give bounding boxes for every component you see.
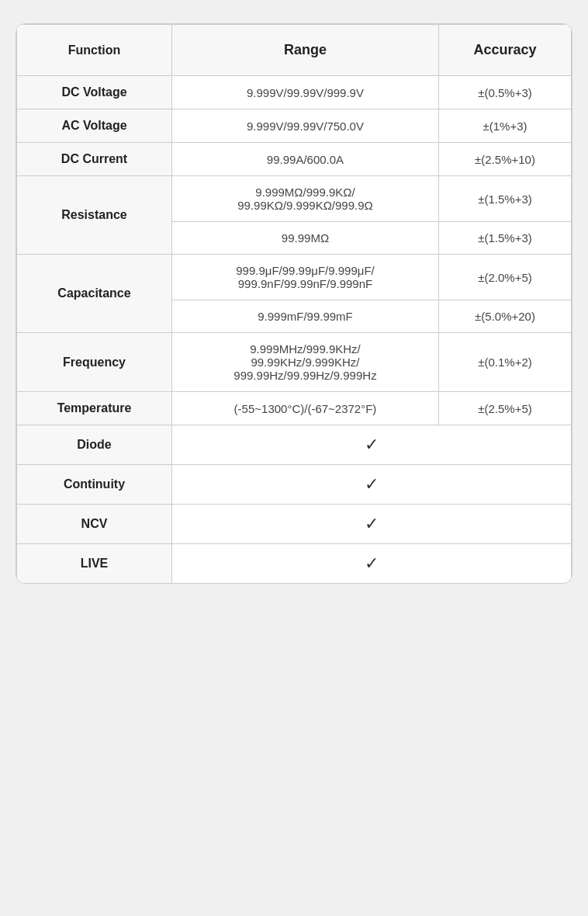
range-cell: 9.999V/99.99V/999.9V [172,76,439,109]
function-cell: NCV [17,505,172,544]
check-icon: ✓ [365,514,379,533]
function-cell: LIVE [17,544,172,584]
table-row: Frequency9.999MHz/999.9KHz/99.99KHz/9.99… [17,333,572,392]
table-row: Temperature(-55~1300°C)/(-67~2372°F)±(2.… [17,392,572,425]
check-icon: ✓ [365,553,379,573]
range-cell: 9.999V/99.99V/750.0V [172,109,439,143]
range-cell: 99.99MΩ [172,222,439,255]
checkmark-cell: ✓ [172,425,572,465]
checkmark-cell: ✓ [172,505,572,544]
check-icon: ✓ [365,474,379,494]
header-accuracy: Accuracy [438,25,571,76]
header-function: Function [17,25,172,76]
function-cell: Diode [17,425,172,465]
accuracy-cell: ±(0.5%+3) [438,76,571,109]
accuracy-cell: ±(0.1%+2) [438,333,571,392]
accuracy-cell: ±(2.5%+5) [438,392,571,425]
table-row: Capacitance999.9μF/99.99μF/9.999μF/999.9… [17,255,572,300]
accuracy-cell: ±(2.5%+10) [438,143,571,176]
table-row: LIVE✓ [17,544,572,584]
accuracy-cell: ±(1.5%+3) [438,222,571,255]
table-row: NCV✓ [17,505,572,544]
range-cell: (-55~1300°C)/(-67~2372°F) [172,392,439,425]
table-row: Diode✓ [17,425,572,465]
function-cell: AC Voltage [17,109,172,143]
table-row: DC Voltage9.999V/99.99V/999.9V±(0.5%+3) [17,76,572,109]
table-row: Resistance9.999MΩ/999.9KΩ/99.99KΩ/9.999K… [17,176,572,222]
range-cell: 99.99A/600.0A [172,143,439,176]
accuracy-cell: ±(1%+3) [438,109,571,143]
header-range: Range [172,25,439,76]
checkmark-cell: ✓ [172,465,572,505]
range-cell: 9.999mF/99.99mF [172,300,439,333]
range-cell: 999.9μF/99.99μF/9.999μF/999.9nF/99.99nF/… [172,255,439,300]
accuracy-cell: ±(5.0%+20) [438,300,571,333]
header-row: Function Range Accuracy [17,25,572,76]
function-cell: DC Current [17,143,172,176]
check-icon: ✓ [365,435,379,454]
accuracy-cell: ±(1.5%+3) [438,176,571,222]
range-cell: 9.999MHz/999.9KHz/99.99KHz/9.999KHz/999.… [172,333,439,392]
specs-table-container: Function Range Accuracy DC Voltage9.999V… [16,23,572,584]
table-row: Continuity✓ [17,465,572,505]
function-cell: DC Voltage [17,76,172,109]
function-cell: Frequency [17,333,172,392]
range-cell: 9.999MΩ/999.9KΩ/99.99KΩ/9.999KΩ/999.9Ω [172,176,439,222]
function-cell: Continuity [17,465,172,505]
checkmark-cell: ✓ [172,544,572,584]
specs-table: Function Range Accuracy DC Voltage9.999V… [16,24,572,583]
function-cell: Temperature [17,392,172,425]
function-cell: Resistance [17,176,172,255]
function-cell: Capacitance [17,255,172,333]
table-row: AC Voltage9.999V/99.99V/750.0V±(1%+3) [17,109,572,143]
accuracy-cell: ±(2.0%+5) [438,255,571,300]
